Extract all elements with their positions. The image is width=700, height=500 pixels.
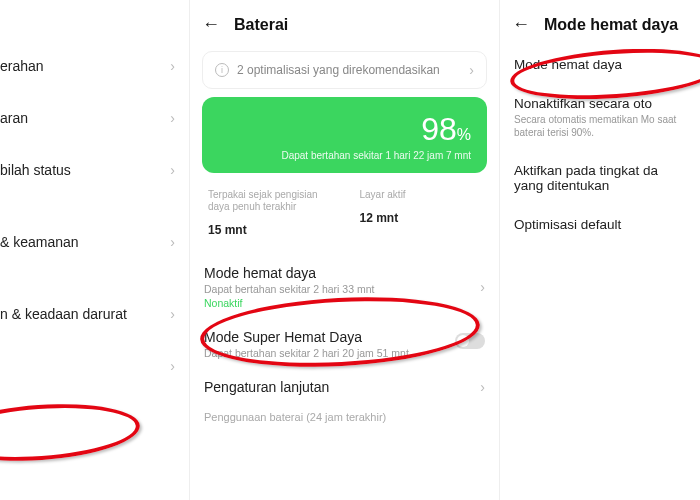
stat-label: Terpakai sejak pengisian daya penuh tera… [208,189,330,213]
row-label: erahan [0,58,44,74]
enable-at-level-row[interactable]: Aktifkan pada tingkat da yang ditentukan [500,151,700,205]
chevron-right-icon: › [170,358,175,374]
settings-row-highlighted[interactable]: › [0,340,189,392]
header: ← Baterai [190,0,499,45]
mode-subtitle: Dapat bertahan sekitar 2 hari 33 mnt [204,283,485,295]
header: ← Mode hemat daya [500,0,700,45]
chevron-right-icon: › [480,379,485,395]
battery-stats: Terpakai sejak pengisian daya penuh tera… [190,181,499,241]
row-title: Optimisasi default [514,217,686,232]
optimization-text: 2 optimalisasi yang direkomendasikan [237,63,461,77]
optimization-banner[interactable]: i 2 optimalisasi yang direkomendasikan › [202,51,487,89]
chevron-right-icon: › [170,58,175,74]
chevron-right-icon: › [170,306,175,322]
row-title: Aktifkan pada tingkat da yang ditentukan [514,163,686,193]
battery-card: 98% Dapat bertahan sekitar 1 hari 22 jam… [202,97,487,173]
battery-percent: 98% [218,111,471,148]
mode-title: Mode Super Hemat Daya [204,329,485,345]
power-saver-toggle-row[interactable]: Mode hemat daya [500,45,700,84]
stat-value: 15 mnt [208,223,330,237]
super-power-saver-row[interactable]: Mode Super Hemat Daya Dapat bertahan sek… [190,319,499,369]
settings-row[interactable]: n & keadaan darurat › [0,288,189,340]
advanced-settings-row[interactable]: Pengaturan lanjutan › [190,369,499,405]
row-subtitle: Secara otomatis mematikan Mo saat batera… [514,113,686,139]
info-icon: i [215,63,229,77]
battery-estimate: Dapat bertahan sekitar 1 hari 22 jam 7 m… [218,150,471,161]
stat-label: Layar aktif [360,189,482,201]
page-title: Mode hemat daya [544,16,678,34]
auto-disable-row[interactable]: Nonaktifkan secara oto Secara otomatis m… [500,84,700,151]
settings-row[interactable]: aran › [0,92,189,144]
percent-unit: % [457,126,471,143]
page-title: Baterai [234,16,288,34]
chevron-right-icon: › [480,279,485,295]
percent-value: 98 [421,111,457,147]
default-optimization-row[interactable]: Optimisasi default [500,205,700,244]
toggle-switch[interactable] [455,333,485,349]
row-label: n & keadaan darurat [0,306,127,322]
settings-row[interactable]: erahan › [0,40,189,92]
settings-row[interactable]: & keamanan › [0,216,189,268]
mode-subtitle: Dapat bertahan sekitar 2 hari 20 jam 51 … [204,347,485,359]
mode-title: Mode hemat daya [204,265,485,281]
row-title: Nonaktifkan secara oto [514,96,686,111]
chevron-right-icon: › [170,162,175,178]
power-saver-mode-row[interactable]: Mode hemat daya Dapat bertahan sekitar 2… [190,255,499,319]
back-icon[interactable]: ← [512,14,530,35]
row-label: aran [0,110,28,126]
back-icon[interactable]: ← [202,14,220,35]
chevron-right-icon: › [170,110,175,126]
row-label: bilah status [0,162,71,178]
battery-panel: ← Baterai i 2 optimalisasi yang direkome… [190,0,500,500]
mode-status: Nonaktif [204,297,485,309]
row-title: Mode hemat daya [514,57,686,72]
chevron-right-icon: › [170,234,175,250]
settings-row[interactable]: bilah status › [0,144,189,196]
chevron-right-icon: › [469,62,474,78]
row-title: Pengaturan lanjutan [204,379,485,395]
settings-list-panel: erahan › aran › bilah status › & keamana… [0,0,190,500]
usage-section-header: Penggunaan baterai (24 jam terakhir) [190,405,499,429]
stat-value: 12 mnt [360,211,482,225]
power-saver-detail-panel: ← Mode hemat daya Mode hemat daya Nonakt… [500,0,700,500]
row-label: & keamanan [0,234,79,250]
